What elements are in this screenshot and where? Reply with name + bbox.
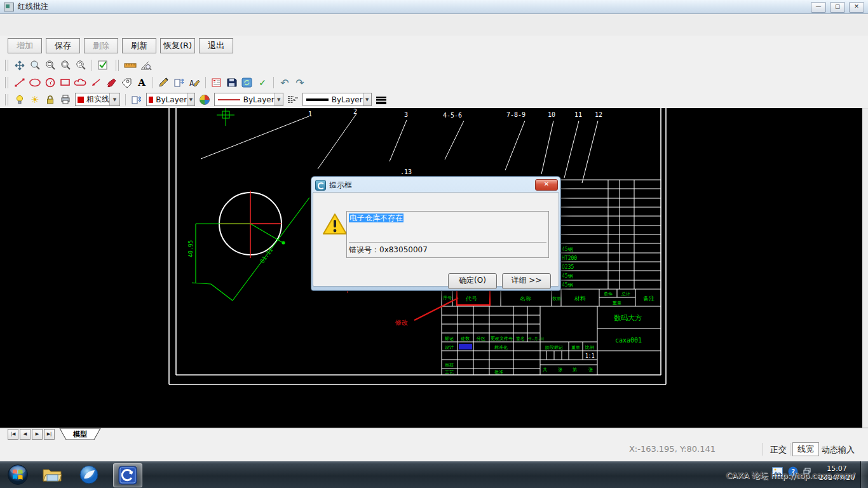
toolbar-grip[interactable] bbox=[116, 60, 119, 71]
linewidth-toggle[interactable]: 线宽 bbox=[792, 442, 819, 456]
undo-tool-icon[interactable]: ↶ bbox=[278, 76, 292, 89]
linetype-sample bbox=[218, 99, 240, 100]
layer-select[interactable]: 粗实线 ▼ bbox=[75, 93, 120, 106]
redo-tool-icon[interactable]: ↷ bbox=[293, 76, 307, 89]
chevron-down-icon[interactable]: ▼ bbox=[363, 93, 371, 105]
exit-button[interactable]: 退出 bbox=[199, 38, 233, 53]
maximize-button[interactable]: ▢ bbox=[830, 2, 845, 13]
layer-on-bulb-icon[interactable] bbox=[13, 93, 27, 106]
format-toolbar: ☀ 粗实线 ▼ ByLayer ▼ ByLayer ▼ ByLayer ▼ bbox=[0, 91, 868, 109]
restore-button[interactable]: 恢复(R) bbox=[160, 38, 195, 53]
ok-button[interactable]: 确定(O) bbox=[448, 273, 497, 289]
ok-check-tool-icon[interactable]: ✓ bbox=[255, 76, 269, 89]
measure-angle-tool-icon[interactable] bbox=[139, 59, 153, 72]
svg-text:标记: 标记 bbox=[444, 336, 454, 341]
format-brush-tool-icon[interactable]: A bbox=[187, 76, 201, 89]
svg-text:代号: 代号 bbox=[465, 295, 477, 302]
layer-translate-icon[interactable] bbox=[130, 93, 144, 106]
first-tab-icon[interactable]: |◀ bbox=[8, 429, 18, 440]
layer-print-icon[interactable] bbox=[58, 93, 72, 106]
dialog-app-icon bbox=[315, 180, 326, 191]
cursor-coordinates: X:-163.195, Y:80.141 bbox=[629, 444, 715, 454]
save-button[interactable]: 保存 bbox=[46, 38, 80, 53]
pan-tool-icon[interactable] bbox=[13, 59, 27, 72]
redline-circle-tool-icon[interactable] bbox=[43, 76, 57, 89]
svg-text:40.95: 40.95 bbox=[187, 240, 194, 257]
svg-text:处数: 处数 bbox=[461, 336, 470, 341]
lineweight-sample bbox=[306, 98, 329, 101]
zoom-window-tool-icon[interactable] bbox=[43, 59, 57, 72]
linetype-select[interactable]: ByLayer ▼ bbox=[214, 93, 283, 106]
add-button[interactable]: 增加 bbox=[8, 38, 42, 53]
zoom-out-tool-icon[interactable] bbox=[58, 59, 72, 72]
chevron-down-icon[interactable]: ▼ bbox=[275, 93, 283, 105]
svg-text:序号: 序号 bbox=[443, 295, 452, 301]
save-file-tool-icon[interactable] bbox=[225, 76, 239, 89]
copy-object-tool-icon[interactable] bbox=[172, 76, 186, 89]
lineweight-settings-icon[interactable] bbox=[374, 93, 388, 106]
model-tab[interactable]: 模型 bbox=[58, 428, 103, 440]
redline-rectangle-tool-icon[interactable] bbox=[58, 76, 72, 89]
redline-line-tool-icon[interactable] bbox=[13, 76, 27, 89]
selected-cell bbox=[459, 344, 472, 349]
svg-text:工艺: 工艺 bbox=[445, 370, 454, 375]
refresh-button[interactable]: 刷新 bbox=[122, 38, 156, 53]
layer-lock-icon[interactable] bbox=[43, 93, 57, 106]
status-bar: X:-163.195, Y:80.141 正交 线宽 动态输入 bbox=[0, 440, 868, 461]
toolbar-grip[interactable] bbox=[5, 77, 8, 88]
linetype-manager-icon[interactable] bbox=[286, 93, 300, 106]
redline-arrow-tool-icon[interactable] bbox=[89, 76, 103, 89]
next-tab-icon[interactable]: ▶ bbox=[32, 429, 43, 440]
caxa-app-button[interactable] bbox=[113, 463, 142, 487]
svg-text:批准: 批准 bbox=[494, 370, 503, 375]
linetype-value: ByLayer bbox=[243, 95, 275, 104]
prompt-dialog: 提示框 ✕ 电子仓库不存在 错误号：0x83050007 确定(O) 详细 >> bbox=[311, 176, 561, 291]
last-tab-icon[interactable]: ▶| bbox=[44, 429, 55, 440]
caxa-icon bbox=[118, 466, 137, 485]
show-desktop-button[interactable] bbox=[860, 461, 868, 488]
dialog-title-bar[interactable]: 提示框 ✕ bbox=[313, 178, 559, 192]
svg-text:修改: 修改 bbox=[395, 319, 408, 326]
brush-tool-icon[interactable] bbox=[157, 76, 171, 89]
file-explorer-button[interactable] bbox=[38, 463, 66, 486]
delete-button[interactable]: 删除 bbox=[84, 38, 118, 53]
svg-text:45钢: 45钢 bbox=[562, 282, 573, 288]
refresh-view-tool-icon[interactable] bbox=[240, 76, 254, 89]
confirm-checkbox-icon[interactable] bbox=[96, 59, 110, 72]
lineweight-select[interactable]: ByLayer ▼ bbox=[302, 93, 372, 106]
browser-button[interactable] bbox=[75, 463, 103, 486]
toolbar-grip[interactable] bbox=[5, 60, 8, 71]
text-tool-icon[interactable]: A bbox=[135, 76, 149, 89]
svg-text:caxa001: caxa001 bbox=[615, 337, 642, 344]
svg-text:设计: 设计 bbox=[445, 345, 454, 350]
measure-distance-tool-icon[interactable] bbox=[123, 59, 137, 72]
color-select[interactable]: ByLayer ▼ bbox=[146, 93, 195, 106]
chevron-down-icon[interactable]: ▼ bbox=[187, 93, 194, 105]
color-value: ByLayer bbox=[156, 95, 187, 104]
close-button[interactable]: ✕ bbox=[849, 2, 864, 13]
redline-pen-tool-icon[interactable] bbox=[104, 76, 118, 89]
prev-tab-icon[interactable]: ◀ bbox=[20, 429, 31, 440]
zoom-tool-icon[interactable] bbox=[28, 59, 42, 72]
ortho-toggle[interactable]: 正交 bbox=[770, 444, 787, 456]
zoom-previous-tool-icon[interactable] bbox=[74, 59, 88, 72]
dialog-close-button[interactable]: ✕ bbox=[535, 179, 558, 191]
chevron-down-icon[interactable]: ▼ bbox=[109, 93, 119, 105]
svg-text:数量: 数量 bbox=[552, 296, 561, 301]
title-block-grid bbox=[442, 289, 661, 375]
stamp-tool-icon[interactable] bbox=[119, 76, 133, 89]
layer-freeze-sun-icon[interactable]: ☀ bbox=[28, 93, 42, 106]
crosshair-cursor bbox=[217, 108, 234, 126]
redline-ellipse-tool-icon[interactable] bbox=[28, 76, 42, 89]
dynamic-input-toggle[interactable]: 动态输入 bbox=[822, 444, 855, 456]
redline-cloud-tool-icon[interactable] bbox=[74, 76, 88, 89]
start-button[interactable] bbox=[4, 463, 32, 486]
properties-tool-icon[interactable] bbox=[210, 76, 224, 89]
toolbar-grip[interactable] bbox=[5, 94, 8, 105]
minimize-button[interactable]: — bbox=[811, 2, 826, 13]
detail-button[interactable]: 详细 >> bbox=[502, 273, 551, 289]
warning-icon bbox=[322, 213, 348, 238]
svg-text:1:1: 1:1 bbox=[585, 353, 595, 359]
color-wheel-icon[interactable] bbox=[198, 93, 212, 106]
svg-text:标准化: 标准化 bbox=[494, 345, 508, 350]
